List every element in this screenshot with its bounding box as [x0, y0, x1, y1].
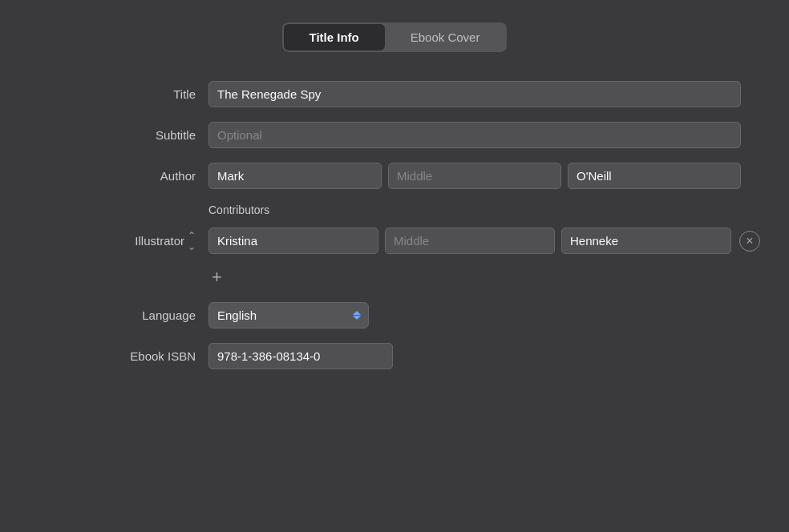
illustrator-middle-input[interactable]: [385, 228, 555, 254]
subtitle-row: Subtitle: [48, 122, 741, 148]
illustrator-row: Illustrator ⌃⌄ ×: [48, 228, 741, 254]
author-row: Author: [48, 163, 741, 189]
title-input[interactable]: [208, 81, 741, 107]
illustrator-label-text: Illustrator: [135, 234, 184, 248]
subtitle-input[interactable]: [208, 122, 741, 148]
author-inputs: [208, 163, 741, 189]
tab-ebook-cover[interactable]: Ebook Cover: [385, 24, 506, 50]
contributors-row: Contributors: [48, 204, 741, 216]
main-container: Title Info Ebook Cover Title Subtitle Au…: [0, 0, 789, 532]
author-label: Author: [48, 169, 208, 183]
language-row: Language English Spanish French German I…: [48, 302, 741, 328]
illustrator-last-input[interactable]: [561, 228, 731, 254]
illustrator-label-wrapper: Illustrator ⌃⌄: [48, 230, 208, 252]
author-middle-input[interactable]: [388, 163, 561, 189]
tab-bar: Title Info Ebook Cover: [282, 22, 508, 52]
add-contributor-row: +: [48, 268, 741, 286]
isbn-row: Ebook ISBN: [48, 343, 741, 369]
language-select-wrapper: English Spanish French German Italian Po…: [208, 302, 369, 328]
isbn-label: Ebook ISBN: [48, 349, 208, 363]
contributors-label: Contributors: [208, 204, 269, 216]
form-area: Title Subtitle Author Contributors Illus…: [0, 81, 789, 384]
illustrator-chevron-icon[interactable]: ⌃⌄: [188, 230, 196, 252]
add-contributor-button[interactable]: +: [208, 268, 225, 286]
author-first-input[interactable]: [208, 163, 382, 189]
author-last-input[interactable]: [568, 163, 741, 189]
language-label: Language: [48, 308, 208, 322]
title-row: Title: [48, 81, 741, 107]
isbn-input[interactable]: [208, 343, 393, 369]
illustrator-first-input[interactable]: [208, 228, 378, 254]
subtitle-label: Subtitle: [48, 128, 208, 142]
title-label: Title: [48, 87, 208, 101]
illustrator-inputs: [208, 228, 731, 254]
language-select[interactable]: English Spanish French German Italian Po…: [208, 302, 369, 328]
tab-title-info[interactable]: Title Info: [284, 24, 385, 50]
remove-contributor-button[interactable]: ×: [739, 231, 760, 252]
